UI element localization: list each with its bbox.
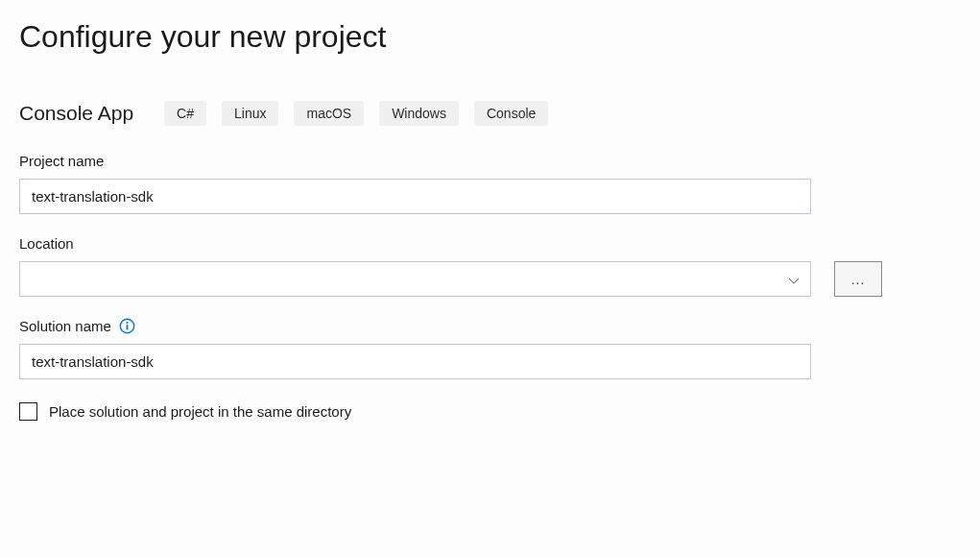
solution-name-group: Solution name	[19, 318, 961, 379]
tag-macos: macOS	[294, 101, 364, 126]
project-name-group: Project name	[19, 153, 961, 214]
location-label: Location	[19, 235, 961, 252]
same-directory-row: Place solution and project in the same d…	[19, 402, 961, 421]
template-row: Console App C# Linux macOS Windows Conso…	[19, 101, 961, 126]
info-icon[interactable]	[119, 318, 135, 334]
location-select[interactable]	[19, 261, 811, 297]
same-directory-checkbox[interactable]	[19, 402, 37, 421]
svg-point-1	[126, 322, 128, 324]
browse-button[interactable]: ...	[834, 261, 882, 297]
solution-name-label: Solution name	[19, 318, 111, 334]
tag-csharp: C#	[164, 101, 206, 126]
same-directory-label: Place solution and project in the same d…	[49, 403, 351, 420]
solution-name-input[interactable]	[19, 344, 811, 379]
location-group: Location ...	[19, 235, 961, 297]
page-title: Configure your new project	[19, 19, 961, 55]
tag-console: Console	[474, 101, 548, 126]
template-name: Console App	[19, 102, 133, 125]
tag-windows: Windows	[379, 101, 459, 126]
project-name-label: Project name	[19, 153, 961, 169]
project-name-input[interactable]	[19, 179, 811, 214]
tag-linux: Linux	[222, 101, 278, 126]
chevron-down-icon	[789, 271, 799, 288]
svg-rect-2	[127, 325, 129, 329]
